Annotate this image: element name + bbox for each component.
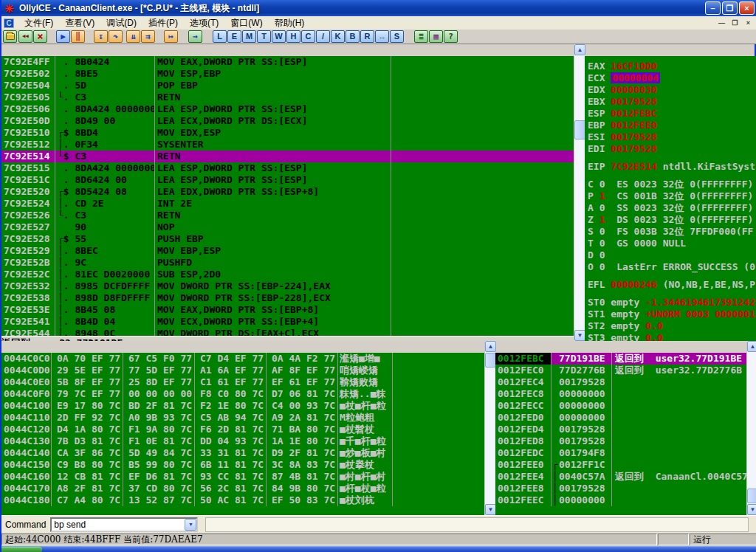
dump-row[interactable]: 0044C120D4 1A 80 7CF1 9A 80 7CF6 2D 81 7… <box>1 424 484 435</box>
register-line[interactable]: EDI 00179528 <box>588 143 756 155</box>
win-callstack-button[interactable]: K <box>331 30 345 43</box>
scroll-up-icon[interactable]: ▲ <box>747 341 756 352</box>
menu-item-帮[interactable]: 帮助(H) <box>269 17 311 29</box>
register-line[interactable]: ST2 empty 0.0 <box>588 320 756 332</box>
stack-row[interactable]: 0012FEC077D2776B返回到 user32.77D2776B <box>495 365 746 376</box>
register-line[interactable]: O 0 LastErr ERROR_SUCCESS (0 <box>588 261 756 273</box>
run-button[interactable]: ▶ <box>56 30 70 43</box>
open-file-button[interactable] <box>3 30 17 43</box>
disasm-row[interactable]: 7C92E514└$ C3RETN <box>1 151 574 162</box>
register-line[interactable]: ECX 00000004 <box>588 72 756 84</box>
disassembly-scrollbar[interactable]: ▲ ▼ <box>574 44 585 341</box>
disasm-row[interactable]: 7C92E527 90NOP <box>1 221 574 233</box>
register-line[interactable]: ST1 empty +UNORM 0003 0000001 <box>588 308 756 320</box>
scroll-thumb[interactable] <box>485 353 496 368</box>
menu-item-插[interactable]: 插件(P) <box>142 17 184 29</box>
stack-row[interactable]: 0012FEC800000000 <box>495 388 746 400</box>
dump-scrollbar[interactable]: ▲ ▼ <box>484 341 495 515</box>
stack-row[interactable]: 0012FEE800179528│ <box>495 483 746 494</box>
win-source-button[interactable]: S <box>390 30 404 43</box>
windows-taskbar[interactable] <box>1 546 756 552</box>
stack-row[interactable]: 0012FEE40040C57A│返回到 CanaanCl.0040C57 <box>495 471 746 483</box>
options-debug-button[interactable]: ▦ <box>429 30 443 43</box>
win-threads-button[interactable]: T <box>257 30 271 43</box>
stack-row[interactable]: 0012FECC00000000 <box>495 400 746 412</box>
stack-row[interactable]: 0012FEEC00000000│ <box>495 494 746 506</box>
disasm-row[interactable]: 7C92E52B│. 9CPUSHFD <box>1 257 574 269</box>
stack-row[interactable]: 0012FED800179528 <box>495 435 746 447</box>
chevron-down-icon[interactable]: ▼ <box>185 519 196 531</box>
dump-row[interactable]: 0044C1102D FF 92 7CA0 9B 93 7CC5 AB 94 7… <box>1 412 484 424</box>
dump-row[interactable]: 0044C1307B D3 81 7CF1 0E 81 7CDD 04 93 7… <box>1 435 484 447</box>
scroll-thumb[interactable] <box>574 120 585 139</box>
register-line[interactable]: C 0 ES 0023 32位 0(FFFFFFFF) <box>588 179 756 190</box>
win-handles-button[interactable]: H <box>286 30 300 43</box>
stack-row[interactable]: 0012FEC400179528 <box>495 376 746 388</box>
disasm-row[interactable]: 7C92E538│. 898D D8FDFFFFMOV DWORD PTR SS… <box>1 292 574 304</box>
win-executables-button[interactable]: E <box>227 30 241 43</box>
disasm-row[interactable]: 7C92E51C . 8D6424 00LEA ESP,DWORD PTR SS… <box>1 174 574 186</box>
register-line[interactable]: P 1 CS 001B 32位 0(FFFFFFFF) <box>588 190 756 202</box>
close-button[interactable]: × <box>739 1 755 15</box>
register-line[interactable]: ESI 00179528 <box>588 131 756 143</box>
stack-row[interactable]: 0012FED000000000 <box>495 412 746 424</box>
stack-row[interactable]: 0012FEBC77D191BE返回到 user32.77D191BE <box>495 353 746 365</box>
menu-item-选[interactable]: 选项(T) <box>184 17 224 29</box>
stack-scrollbar[interactable]: ▲ ▼ <box>746 341 756 515</box>
disasm-row[interactable]: 7C92E541│. 8B4D 04MOV ECX,DWORD PTR SS:[… <box>1 316 574 328</box>
register-line[interactable]: S 0 FS 003B 32位 7FFDF000(FF <box>588 226 756 238</box>
register-line[interactable]: EDX 00000030 <box>588 84 756 96</box>
dump-rows[interactable]: 0044C0C00A 70 EF 7767 C5 F0 77C7 D4 EF 7… <box>1 353 484 515</box>
register-line[interactable]: ST0 empty -1.3446194617391242 <box>588 297 756 308</box>
mdi-minimize-button[interactable]: — <box>715 18 728 28</box>
minimize-button[interactable]: – <box>705 1 721 15</box>
win-memory-button[interactable]: M <box>242 30 256 43</box>
disasm-row[interactable]: 7C92E512│. 0F34SYSENTER <box>1 139 574 151</box>
trace-into-button[interactable]: ⇊ <box>126 30 140 43</box>
win-cpu-button[interactable]: C <box>301 30 315 43</box>
close-program-button[interactable]: × <box>33 30 47 43</box>
restore-button[interactable]: ❐ <box>722 1 738 15</box>
stack-rows[interactable]: 0012FEBC77D191BE返回到 user32.77D191BE0012F… <box>495 353 746 515</box>
scroll-up-icon[interactable]: ▲ <box>574 44 585 55</box>
disasm-row[interactable]: 7C92E528┌$ 55PUSH EBP <box>1 233 574 245</box>
restart-button[interactable]: ◀◀ <box>18 30 32 43</box>
register-line[interactable]: T 0 GS 0000 NULL <box>588 238 756 249</box>
disasm-row[interactable]: 7C92E50D . 8D49 00LEA ECX,DWORD PTR DS:[… <box>1 115 574 127</box>
start-button[interactable] <box>1 547 42 552</box>
disasm-row[interactable]: 7C92E510┌$ 8BD4MOV EDX,ESP <box>1 127 574 139</box>
register-line[interactable]: A 0 SS 0023 32位 0(FFFFFFFF) <box>588 202 756 214</box>
disasm-row[interactable]: 7C92E52C│. 81EC D0020000SUB ESP,2D0 <box>1 269 574 280</box>
mdi-child-icon[interactable]: C <box>4 18 14 28</box>
disasm-row[interactable]: 7C92E532│. 8985 DCFDFFFFMOV DWORD PTR SS… <box>1 280 574 292</box>
disasm-row[interactable]: 7C92E502 . 8BE5MOV ESP,EBP <box>1 68 574 80</box>
win-breakpoints-button[interactable]: B <box>346 30 360 43</box>
scroll-up-icon[interactable]: ▲ <box>485 341 496 352</box>
register-line[interactable]: ESP 0012FEBC <box>588 108 756 120</box>
disasm-row[interactable]: 7C92E524│. CD 2EINT 2E <box>1 198 574 210</box>
scroll-down-icon[interactable]: ▼ <box>574 330 585 341</box>
scroll-down-icon[interactable]: ▼ <box>485 504 496 515</box>
disasm-row[interactable]: 7C92E520┌$ 8D5424 08LEA EDX,DWORD PTR SS… <box>1 186 574 198</box>
title-bar[interactable]: ✳ OllyICE - CanaanClient.exe - [*C.P.U* … <box>1 0 756 16</box>
dump-row[interactable]: 0044C180C7 A4 80 7C13 52 87 7C50 AC 81 7… <box>1 494 484 506</box>
trace-over-button[interactable]: ⇉ <box>141 30 155 43</box>
goto-address-button[interactable]: → <box>188 30 202 43</box>
command-input[interactable]: bp send ▼ <box>50 517 198 532</box>
stack-row[interactable]: 0012FED400179528 <box>495 424 746 435</box>
menu-item-文[interactable]: 文件(F) <box>18 17 59 29</box>
stack-row[interactable]: 0012FEE00012FF1C┌ <box>495 459 746 471</box>
win-log-button[interactable]: L <box>213 30 227 43</box>
options-appearance-button[interactable]: ≣ <box>414 30 428 43</box>
step-into-button[interactable]: ↧ <box>94 30 108 43</box>
dump-row[interactable]: 0044C100E9 17 80 7CBD 2F 81 7CF2 1E 80 7… <box>1 400 484 412</box>
dump-row[interactable]: 0044C0C00A 70 EF 7767 C5 F0 77C7 D4 EF 7… <box>1 353 484 365</box>
menu-item-窗[interactable]: 窗口(W) <box>224 17 268 29</box>
disasm-row[interactable]: 7C92E4FF . 8B0424MOV EAX,DWORD PTR SS:[E… <box>1 56 574 68</box>
disasm-row[interactable]: 7C92E504 . 5DPOP EBP <box>1 80 574 92</box>
win-references-button[interactable]: R <box>360 30 374 43</box>
disasm-row[interactable]: 7C92E505└. C3RETN <box>1 92 574 103</box>
help-button[interactable]: ? <box>444 30 458 43</box>
disasm-row[interactable]: 7C92E53E│. 8B45 08MOV EAX,DWORD PTR SS:[… <box>1 304 574 316</box>
register-line[interactable]: EFL 00000246 (NO,NB,E,BE,NS,P <box>588 279 756 291</box>
